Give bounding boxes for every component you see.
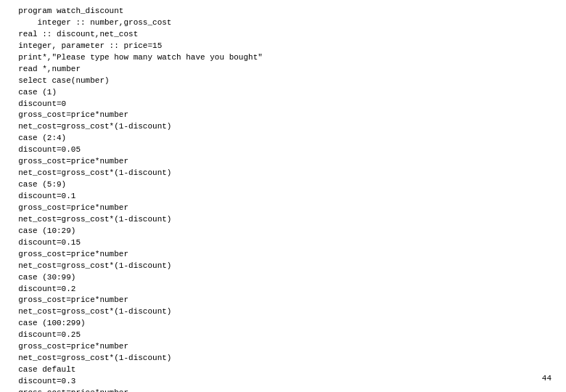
code-block: program watch_discount integer :: number…	[9, 6, 557, 392]
code-line: case (100:299)	[9, 318, 557, 330]
code-line: net_cost=gross_cost*(1-discount)	[9, 306, 557, 318]
code-line: gross_cost=price*number	[9, 388, 557, 392]
code-line: case (10:29)	[9, 226, 557, 237]
code-line: gross_cost=price*number	[9, 249, 557, 261]
code-line: gross_cost=price*number	[9, 295, 557, 306]
code-line: net_cost=gross_cost*(1-discount)	[9, 353, 557, 364]
code-line: discount=0.3	[9, 376, 557, 388]
code-container: program watch_discount integer :: number…	[0, 0, 566, 392]
code-line: gross_cost=price*number	[9, 156, 557, 168]
code-line: case default	[9, 364, 557, 376]
code-line: read *,number	[9, 64, 557, 75]
code-line: integer :: number,gross_cost	[9, 17, 557, 29]
code-line: net_cost=gross_cost*(1-discount)	[9, 214, 557, 226]
code-line: net_cost=gross_cost*(1-discount)	[9, 168, 557, 179]
code-line: print*,"Please type how many watch have …	[9, 52, 557, 64]
code-line: discount=0.25	[9, 330, 557, 341]
code-line: gross_cost=price*number	[9, 341, 557, 353]
code-line: discount=0	[9, 99, 557, 110]
code-line: case (5:9)	[9, 179, 557, 191]
code-line: discount=0.2	[9, 284, 557, 295]
code-line: net_cost=gross_cost*(1-discount)	[9, 261, 557, 272]
code-line: program watch_discount	[9, 6, 557, 17]
code-line: case (2:4)	[9, 133, 557, 144]
code-line: select case(number)	[9, 75, 557, 87]
code-line: integer, parameter :: price=15	[9, 41, 557, 52]
code-line: gross_cost=price*number	[9, 203, 557, 214]
page-number: 44	[542, 373, 551, 385]
code-line: case (30:99)	[9, 272, 557, 284]
code-line: net_cost=gross_cost*(1-discount)	[9, 121, 557, 133]
code-line: gross_cost=price*number	[9, 110, 557, 121]
code-line: discount=0.05	[9, 144, 557, 156]
code-line: discount=0.15	[9, 237, 557, 249]
code-line: case (1)	[9, 87, 557, 99]
code-line: real :: discount,net_cost	[9, 29, 557, 41]
code-line: discount=0.1	[9, 191, 557, 203]
